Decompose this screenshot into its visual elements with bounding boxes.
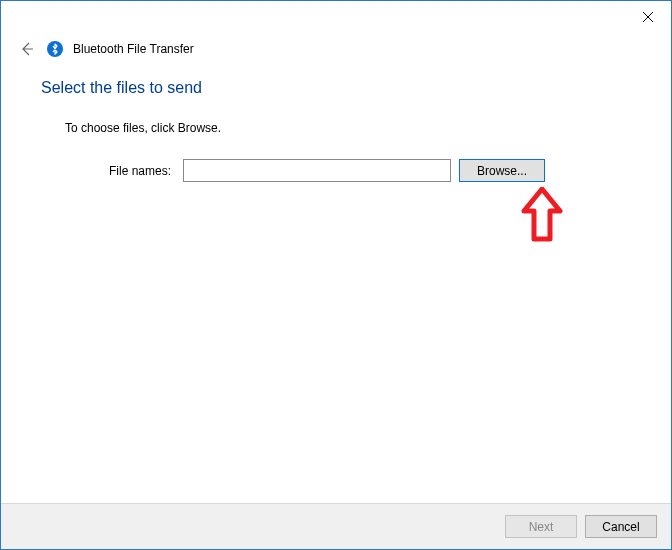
header: Bluetooth File Transfer [1,31,671,75]
close-button[interactable] [625,3,671,31]
back-arrow-icon [19,41,35,57]
browse-button[interactable]: Browse... [459,159,545,182]
instruction-text: To choose files, click Browse. [65,121,631,135]
titlebar [1,1,671,31]
file-names-input[interactable] [183,159,451,182]
window-title: Bluetooth File Transfer [73,42,194,56]
cancel-button[interactable]: Cancel [585,515,657,538]
content-area: Select the files to send To choose files… [1,79,671,182]
annotation-arrow-up [520,187,564,245]
footer: Next Cancel [1,503,671,549]
next-button[interactable]: Next [505,515,577,538]
back-button[interactable] [17,39,37,59]
close-icon [643,12,653,22]
file-names-row: File names: Browse... [65,159,631,182]
page-heading: Select the files to send [41,79,631,97]
bluetooth-icon [47,41,63,57]
file-names-label: File names: [65,164,175,178]
